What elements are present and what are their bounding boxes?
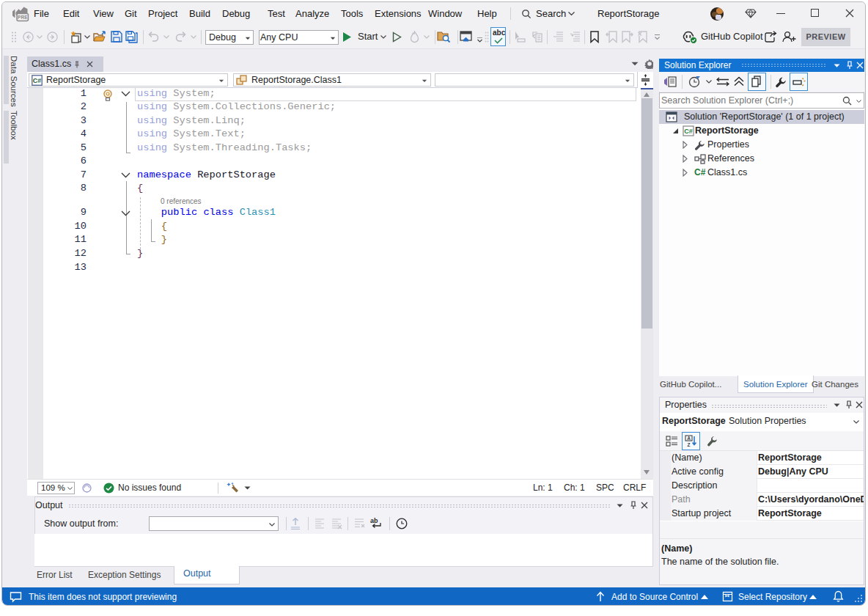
svg-text:C#: C# bbox=[684, 128, 693, 135]
svg-text:Z: Z bbox=[688, 442, 691, 447]
svg-text:C#: C# bbox=[33, 77, 42, 84]
svg-text:A: A bbox=[687, 436, 691, 441]
svg-text:ab: ab bbox=[370, 517, 378, 524]
svg-text:PRE: PRE bbox=[18, 15, 28, 20]
